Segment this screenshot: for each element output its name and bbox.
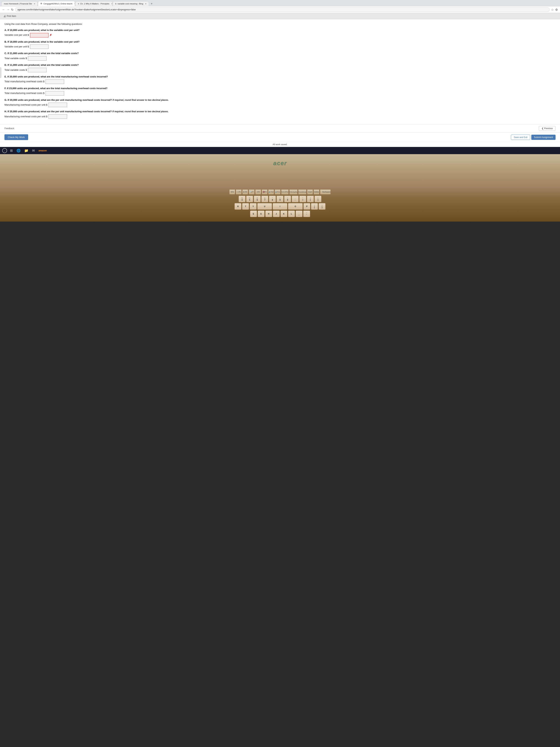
key-lparen-9[interactable]: (9 bbox=[276, 196, 284, 202]
key-f12[interactable]: ScrLkF12 bbox=[281, 189, 289, 195]
key-dollar-4[interactable]: $4 bbox=[239, 196, 245, 202]
save-exit-button[interactable]: Save and Exit bbox=[511, 135, 530, 140]
tab-close-cengage[interactable]: ✕ bbox=[74, 3, 75, 5]
key-prtsc[interactable]: PrtScSysRq bbox=[289, 189, 298, 195]
key-f5[interactable]: □□F5 bbox=[236, 189, 242, 195]
key-amp-7[interactable]: &7 bbox=[261, 196, 268, 202]
action-row: Check My Work Save and Exit Submit Assig… bbox=[0, 132, 560, 142]
key-f10[interactable]: 🔉F10 bbox=[268, 189, 274, 195]
question-e: E. If 20,000 units are produced, what ar… bbox=[4, 75, 174, 84]
question-a-input[interactable] bbox=[30, 33, 49, 37]
question-d: D. If 11,000 units are produced, what ar… bbox=[4, 63, 174, 72]
key-f9[interactable]: 🔇F9 bbox=[262, 189, 268, 195]
key-j[interactable]: J bbox=[273, 210, 280, 217]
address-bar: ← → ↻ ☆ ⚙ bbox=[0, 6, 560, 13]
start-button[interactable]: ○ bbox=[2, 148, 7, 153]
key-rbrace[interactable]: }] bbox=[315, 196, 321, 202]
tab-close-ch1[interactable]: ✕ bbox=[111, 3, 113, 5]
reload-icon[interactable]: ↻ bbox=[11, 8, 14, 11]
content-area: 🖨 Print Item ❮ Using the cost data from … bbox=[0, 13, 560, 154]
tab-cengage[interactable]: ⚙ CengageNOWv2 | Online teachi ✕ bbox=[38, 1, 75, 6]
key-g[interactable]: G bbox=[258, 210, 265, 217]
question-g-note: If required, round final answer to two d… bbox=[113, 99, 169, 101]
nav-previous-arrow[interactable]: ❮ bbox=[0, 68, 1, 78]
key-l[interactable]: L bbox=[288, 210, 295, 217]
tab-bing[interactable]: b variable cost meaning - Bing ✕ bbox=[113, 1, 149, 6]
key-star-8[interactable]: *8 bbox=[269, 196, 276, 202]
question-d-answer-row: Total variable costs $ bbox=[4, 68, 174, 72]
key-i[interactable]: I bbox=[273, 203, 287, 210]
key-insert[interactable]: Insert bbox=[307, 189, 313, 195]
tab-nvas[interactable]: nvas Homework | Financial Ste ✕ bbox=[1, 1, 37, 6]
question-c-label: C. If 21,000 units are produced, what ar… bbox=[4, 52, 174, 55]
key-dash[interactable]: _- bbox=[292, 196, 299, 202]
key-u[interactable]: U bbox=[257, 203, 272, 210]
question-h-note: If required, round final answer to two d… bbox=[112, 110, 168, 113]
bookmark-icon[interactable]: ☆ bbox=[551, 8, 554, 11]
back-icon[interactable]: ← bbox=[2, 8, 5, 11]
key-rparen-0[interactable]: )0 bbox=[284, 196, 291, 202]
key-euro-6[interactable]: €6 bbox=[254, 196, 261, 202]
taskview-icon[interactable]: ⊞ bbox=[9, 148, 14, 153]
key-percent-5[interactable]: %5 bbox=[246, 196, 253, 202]
key-delete[interactable]: Delete bbox=[314, 189, 319, 195]
add-tab-button[interactable]: + bbox=[149, 1, 154, 6]
question-f-label: F. If 23,000 units are produced, what ar… bbox=[4, 86, 174, 91]
question-b: B. If 18,000 units are produced, what is… bbox=[4, 40, 174, 49]
question-h: H. If 25,000 units are produced, what ar… bbox=[4, 110, 174, 119]
question-c: C. If 21,000 units are produced, what ar… bbox=[4, 52, 174, 60]
edge-icon[interactable]: 🌐 bbox=[16, 148, 21, 153]
mail-icon[interactable]: ✉ bbox=[31, 148, 35, 153]
tab-close-nvas[interactable]: ✕ bbox=[34, 3, 35, 5]
bing-icon: b bbox=[115, 3, 116, 5]
key-e[interactable]: E bbox=[250, 210, 257, 217]
key-f4[interactable]: ⚙F4 bbox=[229, 189, 235, 195]
files-icon[interactable]: 📁 bbox=[24, 148, 29, 153]
submit-assignment-button[interactable]: Submit Assignment bbox=[531, 135, 556, 140]
tab-close-bing[interactable]: ✕ bbox=[145, 3, 146, 5]
key-backspace[interactable]: ← Backspace bbox=[320, 189, 331, 195]
key-f11[interactable]: 🔊F11 bbox=[275, 189, 281, 195]
key-h[interactable]: H bbox=[265, 210, 272, 217]
key-y[interactable]: Y bbox=[250, 203, 257, 210]
question-a-answer-label: Variable cost per unit $ bbox=[4, 33, 29, 37]
key-quote[interactable]: "' bbox=[303, 210, 310, 217]
feedback-link[interactable]: Feedback bbox=[4, 127, 14, 130]
previous-button[interactable]: ❮ Previous bbox=[539, 126, 556, 131]
key-f8[interactable]: AF8 bbox=[255, 189, 261, 195]
print-button[interactable]: 🖨 Print Item bbox=[2, 14, 17, 18]
key-r[interactable]: R bbox=[235, 203, 241, 210]
key-semicolon[interactable]: :; bbox=[296, 210, 302, 217]
key-pause[interactable]: PauseBreak bbox=[298, 189, 307, 195]
key-rbracket[interactable]: }] bbox=[319, 203, 325, 210]
key-f7[interactable]: 🔍F7 bbox=[249, 189, 255, 195]
question-d-label: D. If 11,000 units are produced, what ar… bbox=[4, 63, 174, 67]
key-plus-equals[interactable]: += bbox=[299, 196, 306, 202]
question-g-input[interactable] bbox=[49, 103, 67, 107]
question-d-answer-label: Total variable costs $ bbox=[4, 68, 27, 72]
key-t[interactable]: T bbox=[242, 203, 249, 210]
keyboard-area: ⚙F4 □□F5 ■□F6 🔍F7 AF8 🔇F9 🔉F10 🔊F11 ScrL… bbox=[0, 187, 560, 222]
amazon-icon[interactable]: amazon bbox=[38, 149, 48, 153]
browser-chrome: nvas Homework | Financial Ste ✕ ⚙ Cengag… bbox=[0, 0, 560, 13]
question-e-input[interactable] bbox=[46, 79, 64, 84]
toolbar: 🖨 Print Item bbox=[0, 13, 560, 19]
acer-logo: acer bbox=[0, 160, 560, 166]
address-input[interactable] bbox=[15, 7, 550, 12]
key-o[interactable]: O bbox=[288, 203, 303, 210]
question-c-input[interactable] bbox=[28, 56, 47, 60]
key-p[interactable]: P bbox=[303, 203, 310, 210]
key-f6[interactable]: ■□F6 bbox=[242, 189, 248, 195]
question-h-input[interactable] bbox=[49, 114, 67, 119]
forward-icon[interactable]: → bbox=[7, 8, 10, 11]
key-k[interactable]: K bbox=[281, 210, 287, 217]
key-lbracket[interactable]: {[ bbox=[311, 203, 318, 210]
settings-icon[interactable]: ⚙ bbox=[555, 8, 558, 11]
tab-ch1[interactable]: ≡ Ch. 1 Why It Matters - Principles ✕ bbox=[75, 1, 112, 6]
question-b-input[interactable] bbox=[30, 45, 49, 49]
key-lbrace[interactable]: {[ bbox=[307, 196, 314, 202]
question-e-answer-label: Total manufacturing overhead costs $ bbox=[4, 80, 45, 83]
check-work-button[interactable]: Check My Work bbox=[4, 134, 28, 140]
question-d-input[interactable] bbox=[28, 68, 47, 72]
question-f-input[interactable] bbox=[46, 91, 64, 96]
